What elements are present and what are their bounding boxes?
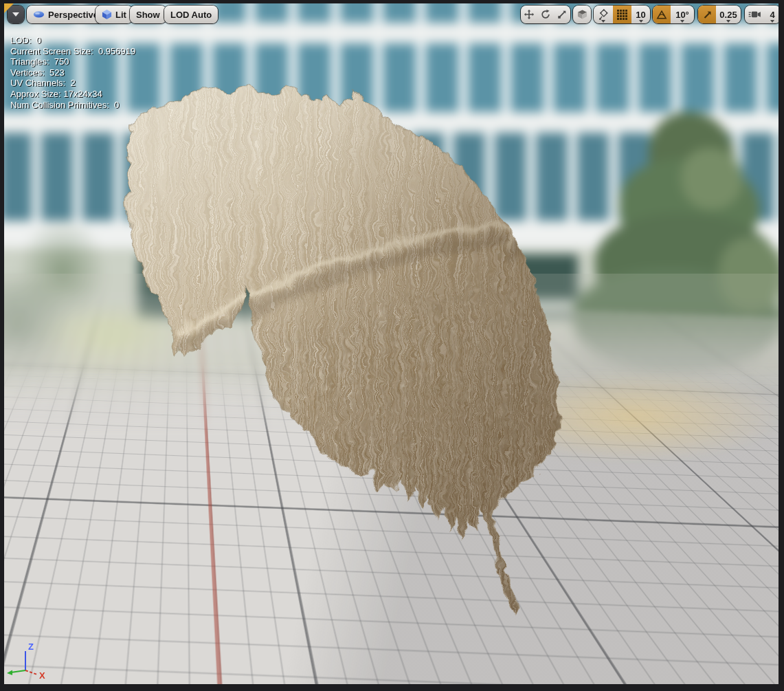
show-label: Show xyxy=(136,10,160,20)
scale-snapping-group: 0.25 xyxy=(698,6,741,23)
camera-speed-value-button[interactable]: 4 xyxy=(764,6,779,23)
scale-snap-value: 0.25 xyxy=(719,10,737,20)
grid-snapping-group: 10 xyxy=(594,6,650,23)
chevron-down-icon xyxy=(726,20,730,23)
scale-snap-icon xyxy=(702,10,713,20)
grid-snap-icon xyxy=(617,10,627,20)
rotate-tool-button[interactable] xyxy=(537,6,554,23)
stat-vertices: Vertices: 523 xyxy=(10,67,135,78)
rotation-snap-toggle[interactable] xyxy=(653,6,671,23)
lit-mode-button[interactable]: Lit xyxy=(96,6,133,23)
chevron-down-icon xyxy=(770,20,774,23)
stat-approx-size: Approx Size: 17x24x34 xyxy=(10,89,135,100)
rotation-snap-value: 10° xyxy=(675,10,689,20)
y-axis-arrow xyxy=(7,670,12,676)
camera-speed-icon xyxy=(748,10,761,19)
z-axis-label: Z xyxy=(28,641,34,652)
x-axis-label: X xyxy=(39,670,45,681)
stat-num-collision-primitives: Num Collision Primitives: 0 xyxy=(10,100,135,111)
surface-snap-icon xyxy=(598,9,609,21)
viewport-lens-icon xyxy=(33,10,45,19)
coordinate-cube-icon xyxy=(577,9,587,20)
camera-speed-group: 4 xyxy=(745,6,779,23)
camera-speed-value: 4 xyxy=(770,10,774,20)
mesh-stats-panel: LOD: 0 Current Screen Size: 0.956919 Tri… xyxy=(10,35,135,110)
stat-lod: LOD: 0 xyxy=(10,35,135,46)
stat-triangles: Triangles: 750 xyxy=(10,56,135,67)
grid-snap-toggle[interactable] xyxy=(613,6,631,23)
show-menu-button[interactable]: Show xyxy=(130,6,166,23)
lit-label: Lit xyxy=(115,10,126,20)
translate-tool-button[interactable] xyxy=(521,6,537,23)
fur-mesh-body xyxy=(103,69,584,633)
scale-diagonal-icon xyxy=(557,9,568,20)
transform-tools-group xyxy=(521,6,570,23)
grid-snap-value-button[interactable]: 10 xyxy=(631,6,650,23)
rotation-snap-icon xyxy=(656,10,667,20)
rotation-snap-value-button[interactable]: 10° xyxy=(671,6,694,23)
chevron-down-icon xyxy=(680,20,684,23)
camera-speed-button[interactable] xyxy=(745,6,764,23)
grid-snap-value: 10 xyxy=(636,10,645,20)
translate-arrows-icon xyxy=(524,9,535,20)
rotate-arc-icon xyxy=(540,9,551,20)
axis-gizmo: Z X xyxy=(4,636,66,684)
scale-tool-button[interactable] xyxy=(554,6,570,23)
surface-snapping-button[interactable] xyxy=(594,6,613,23)
perspective-label: Perspective xyxy=(48,10,98,20)
chevron-down-icon xyxy=(639,20,643,23)
fur-mesh-preview[interactable] xyxy=(103,69,584,633)
scale-snap-value-button[interactable]: 0.25 xyxy=(716,6,741,23)
chevron-down-icon xyxy=(601,20,605,23)
stat-current-screen-size: Current Screen Size: 0.956919 xyxy=(10,46,135,57)
perspective-button[interactable]: Perspective xyxy=(27,6,104,23)
lod-auto-button[interactable]: LOD Auto xyxy=(164,6,218,23)
3d-viewport[interactable]: LOD: 0 Current Screen Size: 0.956919 Tri… xyxy=(4,3,779,684)
rotation-snapping-group: 10° xyxy=(653,6,694,23)
lit-cube-icon xyxy=(102,9,112,20)
static-mesh-editor-window: LOD: 0 Current Screen Size: 0.956919 Tri… xyxy=(0,0,784,691)
scale-snap-toggle[interactable] xyxy=(698,6,716,23)
lod-auto-label: LOD Auto xyxy=(170,10,212,20)
viewport-focus-corner-marker xyxy=(4,3,14,13)
coordinate-system-button[interactable] xyxy=(573,6,591,23)
stat-uv-channels: UV Channels: 2 xyxy=(10,78,135,89)
